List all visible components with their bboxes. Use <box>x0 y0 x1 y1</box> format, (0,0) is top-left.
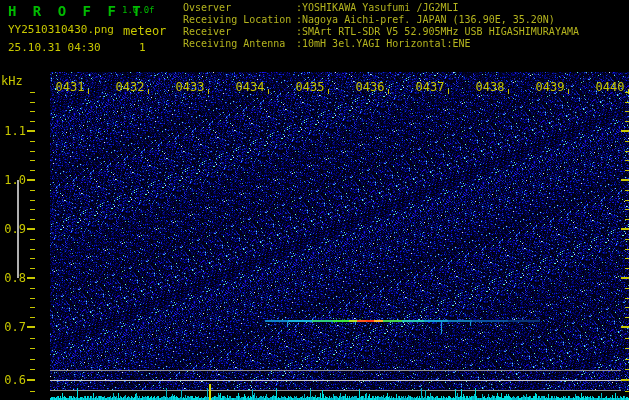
time-tick-label: 0438 <box>476 80 505 94</box>
time-tick-label: 0440 <box>596 80 625 94</box>
time-tick-label: 0431 <box>56 80 85 94</box>
output-filename: YY2510310430.png <box>8 23 114 36</box>
freq-tick-label: 1.1 <box>0 124 26 138</box>
spectrogram-canvas <box>0 0 629 400</box>
y-axis-unit-label: kHz <box>1 74 23 88</box>
freq-tick-label: 0.8 <box>0 271 26 285</box>
freq-tick-label: 0.7 <box>0 320 26 334</box>
freq-tick-label: 0.9 <box>0 222 26 236</box>
time-tick-label: 0435 <box>296 80 325 94</box>
info-row-antenna: Receiving Antenna:10mH 3el.YAGI Horizont… <box>183 38 579 50</box>
time-tick-label: 0434 <box>236 80 265 94</box>
time-tick-label: 0432 <box>116 80 145 94</box>
time-tick-label: 0436 <box>356 80 385 94</box>
time-tick-label: 0433 <box>176 80 205 94</box>
time-tick-label: 0439 <box>536 80 565 94</box>
freq-tick-label: 0.6 <box>0 373 26 387</box>
app-version: 1.0.0f <box>122 5 155 15</box>
hrofft-window: H R O F F T 1.0.0f YY2510310430.png mete… <box>0 0 629 400</box>
time-tick-label: 0437 <box>416 80 445 94</box>
info-row-receiver: Receiver:SMArt RTL-SDR V5 52.905MHz USB … <box>183 26 579 38</box>
observation-datetime: 25.10.31 04:30 <box>8 41 101 54</box>
unit-count: 1 <box>139 41 146 54</box>
station-info: Ovserver:YOSHIKAWA Yasufumi /JG2MLI Rece… <box>183 2 579 50</box>
freq-tick-label: 1.0 <box>0 173 26 187</box>
info-row-location: Receiving Location:Nagoya Aichi-pref. JA… <box>183 14 579 26</box>
mode-label: meteor <box>123 24 166 38</box>
info-row-observer: Ovserver:YOSHIKAWA Yasufumi /JG2MLI <box>183 2 579 14</box>
